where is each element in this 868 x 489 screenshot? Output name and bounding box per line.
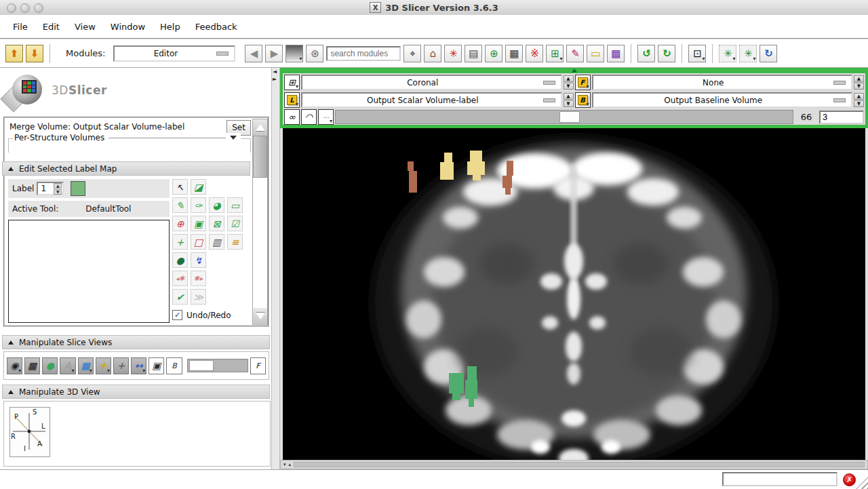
compare-view-button[interactable]: ▦▾ <box>78 357 94 374</box>
slice-horizontal-scrollbar[interactable]: ▾ ▴ <box>280 460 868 469</box>
collapse-controller-icon[interactable] <box>572 69 577 73</box>
label-layer-button[interactable]: L▾ <box>284 92 300 108</box>
fit-to-window-button[interactable]: F <box>250 357 266 374</box>
change-label-button[interactable]: ≡ <box>227 234 243 250</box>
prev-fiducial-button[interactable]: ◂✱ <box>172 271 188 286</box>
paint-tool-button[interactable]: ✎ <box>172 197 188 213</box>
slice-visibility-button[interactable]: ◉▾ <box>7 357 22 374</box>
spin-up-icon[interactable]: ▲ <box>564 75 574 82</box>
toolbar-fiducial-seeds-button[interactable]: ※ <box>526 45 543 62</box>
toolbar-slices-button[interactable]: ▦ <box>505 45 523 62</box>
slice-offset-input[interactable] <box>819 111 864 124</box>
background-spinner[interactable]: ▲▼ <box>854 93 864 107</box>
edit-label-map-header[interactable]: Edit Selected Label Map <box>2 161 250 176</box>
undo-redo-checkbox[interactable]: ✓ <box>172 310 182 320</box>
slice-visibility-toggle[interactable]: ◠ <box>301 109 317 125</box>
module-history-button[interactable]: ▾ <box>285 45 303 62</box>
fit-slices-button[interactable]: ▣ <box>149 357 164 374</box>
toolbar-annotate-button[interactable]: ✎ <box>566 45 584 62</box>
spin-up-icon[interactable]: ▲ <box>854 75 864 82</box>
panel-scrollbar[interactable] <box>252 119 268 325</box>
wand-button[interactable]: ↯ <box>191 252 206 268</box>
hscroll-track[interactable] <box>294 462 865 467</box>
per-structure-volumes-group[interactable]: Per-Structure Volumes <box>8 138 251 153</box>
level-tracing-button[interactable]: ◕ <box>209 197 224 213</box>
scroll-up-button[interactable] <box>253 119 267 136</box>
slider-handle[interactable] <box>189 360 214 371</box>
slice-color-bar[interactable] <box>280 68 868 73</box>
module-settings-button[interactable]: ⊛ <box>306 45 323 62</box>
grow-cut-button[interactable]: ● <box>172 252 188 268</box>
change-island-button[interactable]: ▣ <box>191 216 206 231</box>
menu-help[interactable]: Help <box>153 19 188 35</box>
remove-islands-button[interactable]: ⊠ <box>209 216 224 231</box>
toolbar-home-button[interactable]: ⌂ <box>424 45 441 62</box>
hscroll-up-icon[interactable]: ▴ <box>289 462 292 467</box>
annotations-button[interactable]: A▾ <box>60 357 75 374</box>
identify-islands-button[interactable]: ⊕ <box>172 216 188 231</box>
slice-offset-slider[interactable] <box>335 110 793 124</box>
rectangle-tool-button[interactable]: ▭ <box>227 197 243 213</box>
save-island-button[interactable]: ☑ <box>227 216 243 231</box>
pan-mode-button[interactable]: ↔▾ <box>131 357 146 374</box>
save-scene-button[interactable]: ⬇ <box>26 45 43 62</box>
label-spinner[interactable]: ▲▼ <box>564 93 574 107</box>
apply-button[interactable]: ✔ <box>172 289 188 305</box>
erase-label-button[interactable]: ◪ <box>191 179 206 195</box>
label-outline-button[interactable]: ● <box>42 357 58 374</box>
orientation-spinner[interactable]: ▲▼ <box>564 75 574 90</box>
menu-feedback[interactable]: Feedback <box>188 19 245 35</box>
undo-button[interactable]: ↺ <box>637 45 655 62</box>
draw-tool-button[interactable]: ✑ <box>191 197 206 213</box>
toolbar-find-module-button[interactable]: ⌖ <box>403 45 421 62</box>
more-options-button[interactable]: ⋯▾ <box>318 109 334 125</box>
foreground-volume-selector[interactable]: None <box>592 75 853 90</box>
module-back-button[interactable]: ◀ <box>245 45 262 62</box>
spin-up-icon[interactable]: ▲ <box>854 93 864 100</box>
background-layer-button[interactable]: B▾ <box>575 92 591 108</box>
spin-up-icon[interactable]: ▲ <box>54 183 62 189</box>
menu-edit[interactable]: Edit <box>35 19 67 35</box>
menu-view[interactable]: View <box>67 19 103 35</box>
toolbar-transforms-button[interactable]: ⊕ <box>485 45 502 62</box>
manipulate-3d-view-header[interactable]: Manipulate 3D View <box>2 385 270 399</box>
spin-down-icon[interactable]: ▼ <box>854 83 864 90</box>
load-scene-button[interactable]: ⬆ <box>5 45 23 62</box>
spin-down-icon[interactable]: ▼ <box>564 83 574 90</box>
dilate-button[interactable]: + <box>172 234 188 250</box>
menu-window[interactable]: Window <box>103 19 153 35</box>
label-opacity-button[interactable]: ▦ <box>24 357 40 374</box>
foreground-spinner[interactable]: ▲▼ <box>854 75 864 90</box>
hscroll-down-icon[interactable]: ▾ <box>283 462 286 467</box>
slice-image-view[interactable] <box>283 128 865 460</box>
toolbar-ruler-button[interactable]: ▭ <box>587 45 604 62</box>
tool-options-listbox[interactable] <box>8 220 170 323</box>
grid-lines-button[interactable]: + <box>113 357 129 374</box>
layout-selector-button[interactable]: ⊡▾ <box>688 45 706 62</box>
menu-file[interactable]: File <box>5 19 35 35</box>
splitter-collapse-left-icon[interactable]: ◄ <box>273 69 277 75</box>
mouse-pick-mode-button[interactable]: ✳▾ <box>719 45 736 62</box>
spin-down-icon[interactable]: ▼ <box>854 100 864 107</box>
threshold-button[interactable]: ▥ <box>209 234 224 250</box>
default-tool-button[interactable]: ↖ <box>172 179 188 195</box>
label-color-swatch[interactable] <box>71 181 85 196</box>
skip-button[interactable]: ≫ <box>191 289 206 305</box>
foreground-layer-button[interactable]: F▾ <box>575 75 591 90</box>
manipulate-slice-views-header[interactable]: Manipulate Slice Views <box>2 335 270 349</box>
toolbar-fiducials-button[interactable]: ✳ <box>444 45 462 62</box>
refresh-button[interactable]: ↻ <box>760 45 777 62</box>
splitter-collapse-right-icon[interactable]: ► <box>273 77 277 82</box>
scrollbar-thumb[interactable] <box>253 136 267 178</box>
error-log-button[interactable]: ✗ <box>843 473 856 486</box>
background-volume-selector[interactable]: Output Baseline Volume <box>592 92 853 108</box>
search-modules-input[interactable] <box>326 46 401 61</box>
toolbar-colors-button[interactable]: ▩ <box>607 45 625 62</box>
slice-offset-handle[interactable] <box>559 111 580 123</box>
redo-button[interactable]: ↻ <box>658 45 675 62</box>
erode-button[interactable]: □ <box>191 234 206 250</box>
label-spinbox[interactable]: 1 ▲▼ <box>37 182 64 195</box>
panel-splitter[interactable] <box>271 68 280 469</box>
spin-up-icon[interactable]: ▲ <box>564 93 574 100</box>
toggle-bg-button[interactable]: B <box>166 357 182 374</box>
